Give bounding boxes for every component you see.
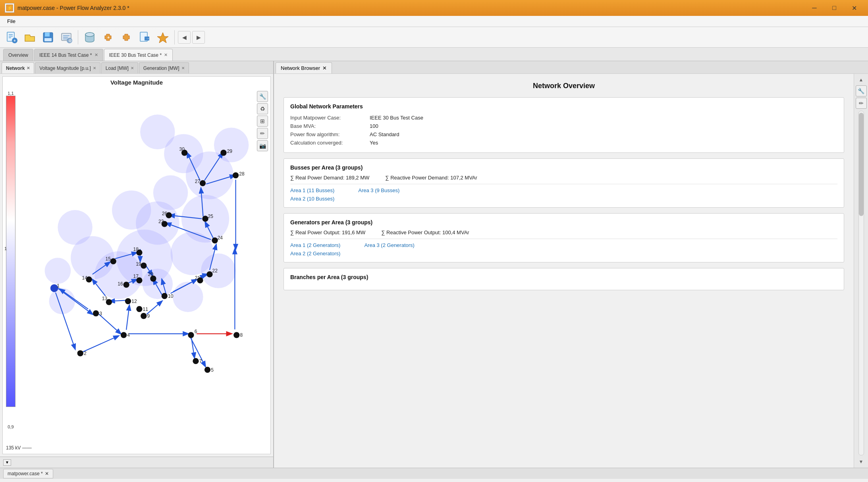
svg-point-40 <box>45 258 71 284</box>
right-panel: Network Browser ✕ Network Overview Globa… <box>274 61 868 468</box>
browser-pencil-icon[interactable]: ✏ <box>856 98 867 109</box>
area1-busses-link[interactable]: Area 1 (11 Busses) <box>290 187 334 193</box>
svg-text:15: 15 <box>106 256 111 262</box>
param-value: IEEE 30 Bus Test Case <box>370 114 837 122</box>
svg-point-39 <box>58 210 92 245</box>
svg-point-18 <box>85 33 94 37</box>
svg-text:10: 10 <box>168 293 174 299</box>
browser-tabs: Network Browser ✕ <box>274 61 868 74</box>
param-value: AC Standard <box>370 130 837 139</box>
subtab-voltage-close[interactable]: ✕ <box>93 66 96 70</box>
color-scale: 1,1 1 0,9 <box>5 91 16 438</box>
scale-label-bot: 0,9 <box>5 424 16 429</box>
camera-icon[interactable]: 📷 <box>257 140 268 151</box>
area1-gen-link[interactable]: Area 1 (2 Generators) <box>290 242 340 248</box>
svg-point-105 <box>123 281 129 287</box>
svg-point-95 <box>136 306 142 312</box>
subtab-network-close[interactable]: ✕ <box>27 66 30 70</box>
busses-section: Busses per Area (3 groups) ∑ Real Power … <box>284 158 844 208</box>
graph-area: Voltage Magnitude 1,1 1 0,9 <box>2 76 271 454</box>
svg-point-29 <box>153 175 188 210</box>
export-button[interactable]: → <box>136 29 153 46</box>
subtab-voltage[interactable]: Voltage Magnitude [p.u.] ✕ <box>35 62 100 73</box>
forward-button[interactable]: ▶ <box>192 31 205 44</box>
settings-button[interactable]: ⚙ <box>58 29 75 46</box>
area2-gen-link[interactable]: Area 2 (2 Generators) <box>290 251 340 256</box>
svg-text:20: 20 <box>148 272 154 277</box>
subtab-generation-close[interactable]: ✕ <box>181 66 185 70</box>
gen-sum-row: ∑ Real Power Output: 191,6 MW ∑ Reactive… <box>290 229 837 235</box>
footer-tab-close[interactable]: ✕ <box>45 471 49 476</box>
plugin-button[interactable] <box>118 29 135 46</box>
network-graph: 1 2 3 4 5 6 7 <box>19 89 270 384</box>
minimize-button[interactable]: ─ <box>805 2 824 14</box>
svg-point-93 <box>162 293 168 299</box>
tab-ieee14[interactable]: IEEE 14 Bus Test Case * ✕ <box>34 49 103 61</box>
tab-ieee30-close[interactable]: ✕ <box>164 52 168 58</box>
svg-text:19: 19 <box>136 261 141 267</box>
doc-tabs: Overview IEEE 14 Bus Test Case * ✕ IEEE … <box>0 48 868 61</box>
expand-button[interactable]: ▼ <box>3 459 11 466</box>
svg-point-123 <box>202 216 208 222</box>
browser-content: Network Overview Global Network Paramete… <box>274 74 868 468</box>
svg-line-48 <box>126 306 129 330</box>
menu-file[interactable]: File <box>3 17 19 26</box>
sign-button[interactable] <box>154 29 171 46</box>
table-row: Calculation converged: Yes <box>290 139 837 147</box>
browser-right-toolbar: ▲ 🔧 ✏ ▼ <box>854 74 868 468</box>
main-area: Network ✕ Voltage Magnitude [p.u.] ✕ Loa… <box>0 61 868 468</box>
generators-section: Generators per Area (3 groups) ∑ Real Po… <box>284 213 844 262</box>
scroll-down-arrow[interactable]: ▼ <box>857 457 865 466</box>
area3-gen-link[interactable]: Area 3 (2 Generators) <box>364 242 414 248</box>
svg-point-97 <box>125 298 131 304</box>
tab-ieee30[interactable]: IEEE 30 Bus Test Case * ✕ <box>104 49 173 61</box>
wrench-icon[interactable]: 🔧 <box>257 91 268 102</box>
svg-line-53 <box>147 301 162 314</box>
save-button[interactable] <box>40 29 56 46</box>
maximize-button[interactable]: □ <box>825 2 843 14</box>
svg-text:30: 30 <box>179 147 185 152</box>
svg-point-77 <box>77 350 83 356</box>
real-power-output: ∑ Real Power Output: 191,6 MW <box>290 229 365 235</box>
branches-section: Branches per Area (3 groups) <box>284 268 844 290</box>
subtab-generation[interactable]: Generation [MW] ✕ <box>139 62 189 73</box>
browser-wrench-icon[interactable]: 🔧 <box>856 85 867 96</box>
subtab-load-close[interactable]: ✕ <box>131 66 134 70</box>
close-button[interactable]: ✕ <box>845 2 863 14</box>
param-value: 100 <box>370 122 837 130</box>
area3-busses-link[interactable]: Area 3 (9 Busses) <box>358 187 399 193</box>
svg-point-37 <box>140 115 175 149</box>
sub-tabs: Network ✕ Voltage Magnitude [p.u.] ✕ Loa… <box>0 61 273 74</box>
back-button[interactable]: ◀ <box>178 31 191 44</box>
svg-point-87 <box>193 358 199 364</box>
subtab-network[interactable]: Network ✕ <box>2 62 34 73</box>
svg-text:8: 8 <box>240 332 243 338</box>
plugin-add-button[interactable]: + <box>100 29 116 46</box>
scale-bar <box>6 96 15 407</box>
pencil-icon[interactable]: ✏ <box>257 128 268 139</box>
subtab-load[interactable]: Load [MW] ✕ <box>101 62 138 73</box>
footer-tab-matpower[interactable]: matpower.case * ✕ <box>3 469 53 478</box>
browser-tab-network[interactable]: Network Browser ✕ <box>276 62 332 73</box>
database-button[interactable] <box>81 29 98 46</box>
svg-point-103 <box>110 258 116 264</box>
grid-icon[interactable]: ⊞ <box>257 116 268 127</box>
tab-ieee14-close[interactable]: ✕ <box>95 52 98 58</box>
scale-label-mid: 1 <box>4 246 7 251</box>
area2-busses-link[interactable]: Area 2 (10 Busses) <box>290 196 334 202</box>
tab-overview[interactable]: Overview <box>3 49 33 61</box>
global-params-section: Global Network Parameters Input Matpower… <box>284 97 844 153</box>
new-file-button[interactable]: + <box>3 29 20 46</box>
svg-text:3: 3 <box>99 311 102 316</box>
svg-text:27: 27 <box>195 179 201 184</box>
left-panel: Network ✕ Voltage Magnitude [p.u.] ✕ Loa… <box>0 61 274 468</box>
scroll-up-arrow[interactable]: ▲ <box>857 75 865 84</box>
generators-title: Generators per Area (3 groups) <box>290 219 837 226</box>
open-button[interactable] <box>21 29 38 46</box>
sum-row: ∑ Real Power Demand: 189,2 MW ∑ Reactive… <box>290 175 837 181</box>
svg-point-111 <box>141 262 147 268</box>
svg-point-34 <box>173 281 203 312</box>
params-table: Input Matpower Case: IEEE 30 Bus Test Ca… <box>290 114 837 147</box>
browser-tab-close[interactable]: ✕ <box>322 65 327 71</box>
refresh-icon[interactable]: ♻ <box>257 103 268 114</box>
